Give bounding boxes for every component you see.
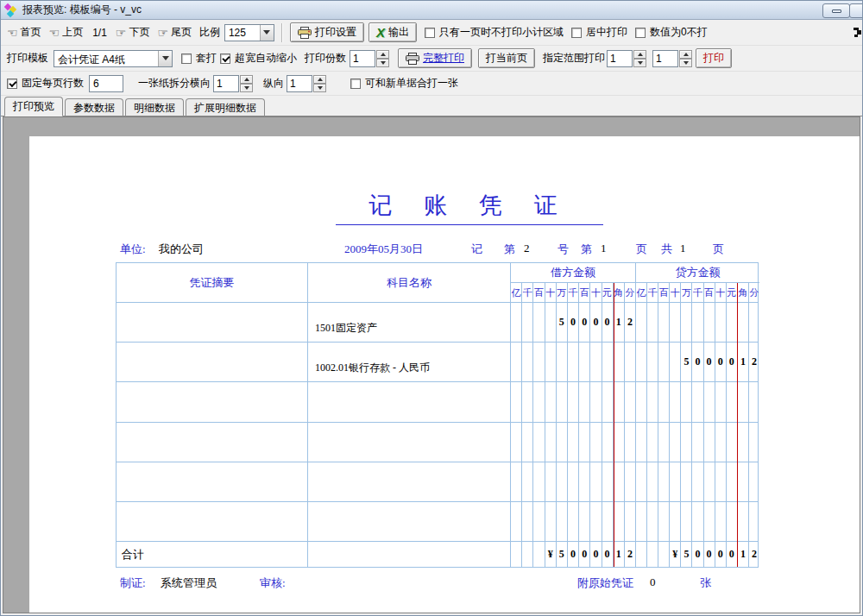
total-credit-digit	[658, 542, 670, 567]
spin-up-icon[interactable]	[633, 50, 646, 59]
print-current-page-button[interactable]: 打当前页	[478, 48, 535, 68]
no-suffix: 号	[557, 242, 569, 257]
unit-value: 我的公司	[159, 242, 204, 257]
spin-down-icon[interactable]	[679, 59, 692, 67]
digit-cell	[647, 423, 658, 462]
digit-cell	[738, 382, 749, 421]
credit-digits-row-3	[636, 423, 759, 462]
spin-up-icon[interactable]	[679, 50, 692, 59]
digit-cell	[545, 382, 557, 421]
range-to-stepper[interactable]	[652, 50, 692, 67]
summary-cell	[117, 343, 308, 381]
split-h-stepper[interactable]	[213, 75, 253, 92]
digit-cell	[727, 423, 738, 462]
digit-cell	[557, 462, 568, 501]
spin-up-icon[interactable]	[240, 75, 253, 84]
copies-stepper[interactable]	[350, 50, 389, 67]
digit-cell	[647, 462, 658, 501]
spin-up-icon[interactable]	[313, 75, 326, 84]
prev-page-button[interactable]: ☜ 上页	[49, 25, 84, 40]
voucher-title: 记 账 凭 证	[336, 190, 603, 225]
digit-cell: 0	[692, 343, 703, 381]
first-page-button[interactable]: ☜ 首页	[7, 25, 41, 40]
digit-cell	[647, 502, 658, 541]
digit-cell	[625, 462, 635, 501]
last-page-button[interactable]: ☞ 尾页	[157, 25, 192, 40]
scale-combobox[interactable]: 125	[224, 24, 274, 41]
digit-cell	[522, 423, 533, 462]
digit-cell	[715, 502, 727, 541]
digit-cell	[545, 502, 557, 541]
minimize-button[interactable]	[822, 3, 850, 18]
print-button[interactable]: 打印	[696, 48, 732, 68]
digit-cell: 0	[602, 303, 614, 342]
digit-cell	[715, 303, 727, 342]
digit-cell	[602, 343, 614, 381]
digit-cell	[590, 343, 602, 381]
template-combobox[interactable]: 会计凭证 A4纸	[54, 50, 173, 67]
tab-1-参数数据[interactable]: 参数数据	[65, 98, 123, 116]
next-page-button[interactable]: ☞ 下页	[116, 25, 150, 40]
checkbox-zero-skip[interactable]: 数值为0不打	[635, 25, 708, 40]
checkbox-center-print[interactable]: 居中打印	[571, 25, 627, 40]
digit-cell	[533, 382, 545, 421]
total-row: 合计 ¥5000012 ¥5000012	[117, 542, 758, 567]
digit-cell	[533, 423, 545, 462]
tab-2-明细数据[interactable]: 明细数据	[125, 98, 184, 116]
credit-digits-row-1: 5000012	[636, 343, 759, 381]
maximize-button-clipped[interactable]	[849, 3, 863, 18]
print-setup-button[interactable]: 打印设置	[290, 22, 364, 42]
digit-cell	[727, 462, 738, 501]
spin-up-icon[interactable]	[376, 50, 389, 59]
digit-cell	[533, 343, 545, 381]
digit-cell	[704, 423, 715, 462]
clipped-toolbar-icon	[852, 27, 862, 39]
digit-cell	[749, 303, 759, 342]
total-debit-digit: 0	[579, 542, 590, 567]
spin-down-icon[interactable]	[240, 84, 253, 92]
debit-unit-百: 百	[579, 283, 590, 302]
chevron-down-icon[interactable]	[158, 51, 172, 66]
range-to-input[interactable]	[652, 50, 678, 67]
range-from-stepper[interactable]	[607, 50, 646, 67]
account-cell: 1002.01银行存款 - 人民币	[308, 343, 511, 381]
hand-left-icon: ☜	[49, 27, 60, 39]
checkbox-overlay-print[interactable]: 套打	[181, 51, 217, 66]
attach-unit: 张	[700, 575, 711, 591]
table-row	[117, 462, 758, 502]
split-v-stepper[interactable]	[287, 75, 326, 92]
checkbox-no-subtotal[interactable]: 只有一页时不打印小计区域	[425, 25, 564, 40]
fixed-rows-input[interactable]	[89, 75, 123, 92]
tab-3-扩展明细数据[interactable]: 扩展明细数据	[186, 98, 265, 116]
checkbox-fixed-rows[interactable]: 固定每页行数	[7, 76, 84, 91]
digit-cell: 1	[614, 303, 625, 342]
split-h-label: 一张纸拆分横向	[138, 76, 211, 91]
voucher-info-line: 单位: 我的公司 2009年05月30日 记 第 2 号 第 1 页 共 1 页	[29, 242, 860, 257]
total-debit-digit	[511, 542, 522, 567]
digit-cell	[681, 303, 692, 342]
total-credit-digit: 1	[738, 542, 749, 567]
spin-down-icon[interactable]	[376, 59, 389, 67]
checkbox-combine-print[interactable]: 可和新单据合打一张	[350, 76, 458, 91]
range-from-input[interactable]	[607, 50, 633, 67]
digit-cell	[590, 502, 602, 541]
tab-0-打印预览[interactable]: 打印预览	[4, 97, 63, 116]
digit-cell: 0	[568, 303, 579, 342]
copies-input[interactable]	[350, 50, 375, 67]
full-print-button[interactable]: 完整打印	[398, 48, 472, 68]
split-h-input[interactable]	[213, 75, 239, 92]
split-v-input[interactable]	[287, 75, 312, 92]
toolbar-layout: 固定每页行数 一张纸拆分横向 纵向 可和新单据合打一张	[1, 72, 862, 96]
digit-cell	[579, 382, 590, 421]
checkbox-autoshrink[interactable]: 超宽自动缩小	[220, 51, 297, 66]
export-button[interactable]: X 输出	[369, 22, 417, 42]
digit-cell	[738, 502, 749, 541]
spin-down-icon[interactable]	[633, 59, 646, 67]
chevron-down-icon[interactable]	[260, 25, 274, 41]
total-credit-digit	[636, 542, 647, 567]
spin-down-icon[interactable]	[313, 84, 326, 92]
total-debit-digit: 2	[625, 542, 635, 567]
hand-right-icon: ☞	[116, 27, 127, 39]
digit-cell	[602, 382, 614, 421]
digit-cell	[579, 502, 590, 541]
